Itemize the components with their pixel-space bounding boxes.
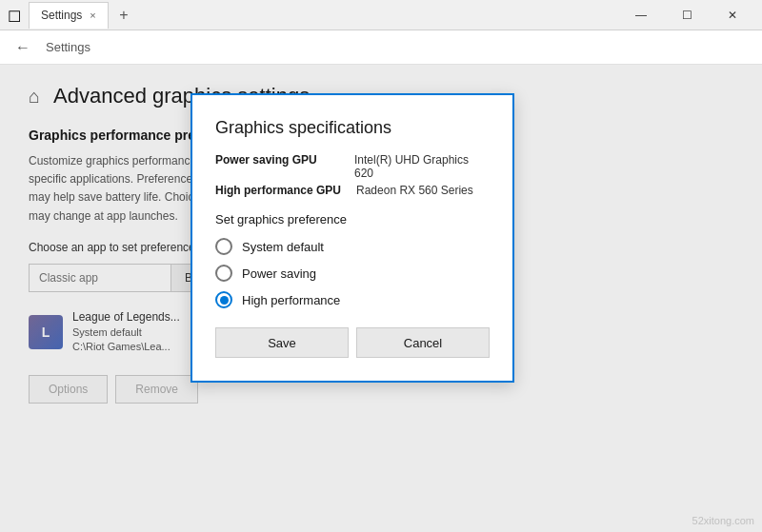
settings-icon: ☐ (8, 8, 23, 23)
close-tab-button[interactable]: × (90, 10, 95, 21)
power-saving-spec: Power saving GPU Intel(R) UHD Graphics 6… (215, 153, 490, 180)
window-controls: — ☐ ✕ (619, 0, 754, 30)
graphics-dialog: Graphics specifications Power saving GPU… (190, 93, 514, 383)
high-performance-value: Radeon RX 560 Series (356, 184, 473, 197)
cancel-button[interactable]: Cancel (356, 327, 490, 358)
new-tab-button[interactable]: + (110, 2, 137, 29)
radio-high-performance[interactable]: High performance (215, 291, 490, 308)
titlebar: ☐ Settings × + — ☐ ✕ (0, 0, 762, 30)
radio-circle-high (215, 291, 232, 308)
maximize-button[interactable]: ☐ (665, 0, 709, 30)
dialog-title: Graphics specifications (215, 118, 490, 138)
radio-power-saving[interactable]: Power saving (215, 265, 490, 282)
high-performance-label: High performance GPU (215, 184, 341, 197)
dialog-overlay: Graphics specifications Power saving GPU… (0, 65, 762, 532)
back-button[interactable]: ← (11, 36, 34, 59)
tab-title: Settings (41, 9, 82, 22)
main-content: ⌂ Advanced graphics settings Graphics pe… (0, 65, 762, 532)
breadcrumb: Settings (46, 40, 90, 54)
radio-label-high: High performance (242, 293, 340, 307)
navbar: ← Settings (0, 30, 762, 65)
power-saving-label: Power saving GPU (215, 153, 339, 180)
radio-label-system: System default (242, 240, 324, 254)
power-saving-value: Intel(R) UHD Graphics 620 (354, 153, 490, 180)
radio-system-default[interactable]: System default (215, 238, 490, 255)
settings-tab[interactable]: Settings × (29, 2, 109, 29)
high-performance-spec: High performance GPU Radeon RX 560 Serie… (215, 184, 490, 197)
radio-group: System default Power saving High perform… (215, 238, 490, 308)
radio-circle-system (215, 238, 232, 255)
dialog-buttons: Save Cancel (215, 327, 490, 358)
pref-section-title: Set graphics preference (215, 212, 490, 227)
close-window-button[interactable]: ✕ (711, 0, 754, 30)
radio-label-power: Power saving (242, 266, 316, 281)
radio-circle-power (215, 265, 232, 282)
minimize-button[interactable]: — (619, 0, 663, 30)
save-button[interactable]: Save (215, 327, 349, 358)
